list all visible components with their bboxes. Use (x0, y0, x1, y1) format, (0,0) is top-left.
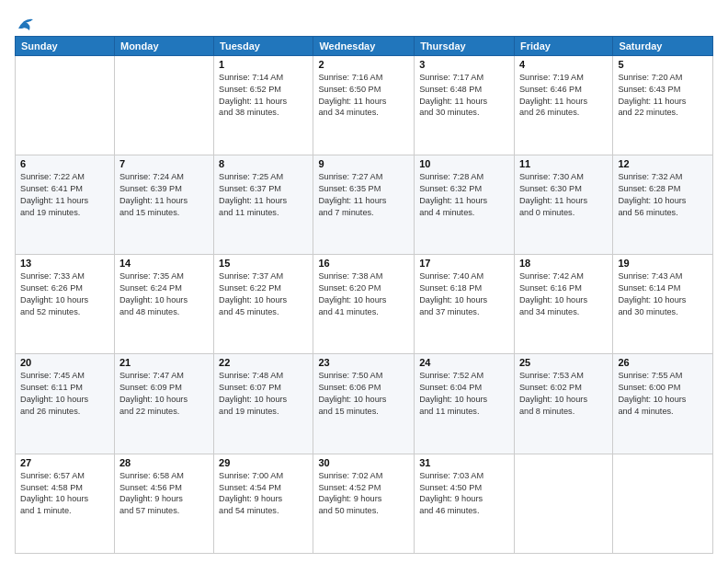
calendar-cell: 10Sunrise: 7:28 AM Sunset: 6:32 PM Dayli… (415, 155, 515, 255)
calendar-cell: 7Sunrise: 7:24 AM Sunset: 6:39 PM Daylig… (114, 155, 213, 255)
day-number: 16 (318, 258, 409, 269)
calendar-cell: 18Sunrise: 7:42 AM Sunset: 6:16 PM Dayli… (514, 255, 612, 354)
weekday-header-thursday: Thursday (415, 36, 515, 55)
week-row-2: 6Sunrise: 7:22 AM Sunset: 6:41 PM Daylig… (16, 155, 713, 255)
calendar-cell: 5Sunrise: 7:20 AM Sunset: 6:43 PM Daylig… (613, 55, 713, 155)
calendar-cell (114, 55, 213, 155)
day-number: 2 (318, 59, 409, 70)
day-number: 4 (519, 59, 608, 70)
day-info: Sunrise: 6:58 AM Sunset: 4:56 PM Dayligh… (119, 470, 209, 518)
day-number: 28 (119, 457, 209, 468)
calendar-cell: 15Sunrise: 7:37 AM Sunset: 6:22 PM Dayli… (214, 255, 313, 354)
day-number: 29 (219, 457, 308, 468)
day-info: Sunrise: 7:55 AM Sunset: 6:00 PM Dayligh… (618, 370, 708, 418)
day-info: Sunrise: 7:48 AM Sunset: 6:07 PM Dayligh… (219, 370, 308, 418)
logo (15, 11, 37, 29)
calendar-cell: 23Sunrise: 7:50 AM Sunset: 6:06 PM Dayli… (313, 354, 415, 454)
day-info: Sunrise: 6:57 AM Sunset: 4:58 PM Dayligh… (20, 470, 109, 518)
day-info: Sunrise: 7:22 AM Sunset: 6:41 PM Dayligh… (20, 171, 109, 219)
day-info: Sunrise: 7:19 AM Sunset: 6:46 PM Dayligh… (519, 72, 608, 120)
day-number: 3 (419, 59, 509, 70)
day-info: Sunrise: 7:02 AM Sunset: 4:52 PM Dayligh… (318, 470, 409, 518)
day-info: Sunrise: 7:53 AM Sunset: 6:02 PM Dayligh… (519, 370, 608, 418)
calendar-cell: 21Sunrise: 7:47 AM Sunset: 6:09 PM Dayli… (114, 354, 213, 454)
day-info: Sunrise: 7:35 AM Sunset: 6:24 PM Dayligh… (119, 270, 209, 318)
calendar-cell: 1Sunrise: 7:14 AM Sunset: 6:52 PM Daylig… (214, 55, 313, 155)
calendar-cell: 19Sunrise: 7:43 AM Sunset: 6:14 PM Dayli… (613, 255, 713, 354)
calendar-cell: 13Sunrise: 7:33 AM Sunset: 6:26 PM Dayli… (16, 255, 115, 354)
day-info: Sunrise: 7:47 AM Sunset: 6:09 PM Dayligh… (119, 370, 209, 418)
page: SundayMondayTuesdayWednesdayThursdayFrid… (0, 0, 728, 563)
day-number: 24 (419, 357, 509, 368)
calendar-cell: 17Sunrise: 7:40 AM Sunset: 6:18 PM Dayli… (415, 255, 515, 354)
day-number: 7 (119, 158, 209, 169)
calendar-cell: 30Sunrise: 7:02 AM Sunset: 4:52 PM Dayli… (313, 454, 415, 553)
calendar-table: SundayMondayTuesdayWednesdayThursdayFrid… (15, 36, 713, 554)
week-row-5: 27Sunrise: 6:57 AM Sunset: 4:58 PM Dayli… (16, 454, 713, 553)
day-number: 15 (219, 258, 308, 269)
calendar-cell (16, 55, 115, 155)
week-row-3: 13Sunrise: 7:33 AM Sunset: 6:26 PM Dayli… (16, 255, 713, 354)
weekday-header-monday: Monday (114, 36, 213, 55)
day-info: Sunrise: 7:14 AM Sunset: 6:52 PM Dayligh… (219, 72, 308, 120)
day-info: Sunrise: 7:33 AM Sunset: 6:26 PM Dayligh… (20, 270, 109, 318)
week-row-1: 1Sunrise: 7:14 AM Sunset: 6:52 PM Daylig… (16, 55, 713, 155)
weekday-header-row: SundayMondayTuesdayWednesdayThursdayFrid… (16, 36, 713, 55)
calendar-cell: 29Sunrise: 7:00 AM Sunset: 4:54 PM Dayli… (214, 454, 313, 553)
day-info: Sunrise: 7:52 AM Sunset: 6:04 PM Dayligh… (419, 370, 509, 418)
calendar-cell: 28Sunrise: 6:58 AM Sunset: 4:56 PM Dayli… (114, 454, 213, 553)
day-number: 23 (318, 357, 409, 368)
day-number: 22 (219, 357, 308, 368)
day-number: 11 (519, 158, 608, 169)
weekday-header-wednesday: Wednesday (313, 36, 415, 55)
header (15, 11, 713, 29)
day-info: Sunrise: 7:27 AM Sunset: 6:35 PM Dayligh… (318, 171, 409, 219)
calendar-cell (613, 454, 713, 553)
calendar-cell: 22Sunrise: 7:48 AM Sunset: 6:07 PM Dayli… (214, 354, 313, 454)
calendar-cell: 31Sunrise: 7:03 AM Sunset: 4:50 PM Dayli… (415, 454, 515, 553)
day-number: 31 (419, 457, 509, 468)
day-number: 9 (318, 158, 409, 169)
day-number: 10 (419, 158, 509, 169)
day-info: Sunrise: 7:45 AM Sunset: 6:11 PM Dayligh… (20, 370, 109, 418)
day-info: Sunrise: 7:17 AM Sunset: 6:48 PM Dayligh… (419, 72, 509, 120)
day-info: Sunrise: 7:42 AM Sunset: 6:16 PM Dayligh… (519, 270, 608, 318)
logo-text (15, 11, 37, 32)
day-number: 13 (20, 258, 109, 269)
day-number: 27 (20, 457, 109, 468)
calendar-cell: 26Sunrise: 7:55 AM Sunset: 6:00 PM Dayli… (613, 354, 713, 454)
day-info: Sunrise: 7:24 AM Sunset: 6:39 PM Dayligh… (119, 171, 209, 219)
calendar-cell: 14Sunrise: 7:35 AM Sunset: 6:24 PM Dayli… (114, 255, 213, 354)
weekday-header-sunday: Sunday (16, 36, 115, 55)
calendar-cell (514, 454, 612, 553)
calendar-cell: 9Sunrise: 7:27 AM Sunset: 6:35 PM Daylig… (313, 155, 415, 255)
weekday-header-saturday: Saturday (613, 36, 713, 55)
day-number: 19 (618, 258, 708, 269)
day-info: Sunrise: 7:40 AM Sunset: 6:18 PM Dayligh… (419, 270, 509, 318)
calendar-cell: 4Sunrise: 7:19 AM Sunset: 6:46 PM Daylig… (514, 55, 612, 155)
day-number: 18 (519, 258, 608, 269)
calendar-cell: 8Sunrise: 7:25 AM Sunset: 6:37 PM Daylig… (214, 155, 313, 255)
calendar-cell: 16Sunrise: 7:38 AM Sunset: 6:20 PM Dayli… (313, 255, 415, 354)
day-info: Sunrise: 7:00 AM Sunset: 4:54 PM Dayligh… (219, 470, 308, 518)
day-number: 25 (519, 357, 608, 368)
week-row-4: 20Sunrise: 7:45 AM Sunset: 6:11 PM Dayli… (16, 354, 713, 454)
calendar-cell: 12Sunrise: 7:32 AM Sunset: 6:28 PM Dayli… (613, 155, 713, 255)
calendar-cell: 6Sunrise: 7:22 AM Sunset: 6:41 PM Daylig… (16, 155, 115, 255)
calendar-cell: 3Sunrise: 7:17 AM Sunset: 6:48 PM Daylig… (415, 55, 515, 155)
day-info: Sunrise: 7:38 AM Sunset: 6:20 PM Dayligh… (318, 270, 409, 318)
day-number: 12 (618, 158, 708, 169)
day-number: 8 (219, 158, 308, 169)
calendar-cell: 11Sunrise: 7:30 AM Sunset: 6:30 PM Dayli… (514, 155, 612, 255)
day-info: Sunrise: 7:50 AM Sunset: 6:06 PM Dayligh… (318, 370, 409, 418)
day-info: Sunrise: 7:30 AM Sunset: 6:30 PM Dayligh… (519, 171, 608, 219)
logo-bird-icon (17, 16, 37, 32)
day-number: 17 (419, 258, 509, 269)
calendar-cell: 24Sunrise: 7:52 AM Sunset: 6:04 PM Dayli… (415, 354, 515, 454)
calendar-cell: 2Sunrise: 7:16 AM Sunset: 6:50 PM Daylig… (313, 55, 415, 155)
day-info: Sunrise: 7:37 AM Sunset: 6:22 PM Dayligh… (219, 270, 308, 318)
day-info: Sunrise: 7:16 AM Sunset: 6:50 PM Dayligh… (318, 72, 409, 120)
day-number: 21 (119, 357, 209, 368)
day-info: Sunrise: 7:20 AM Sunset: 6:43 PM Dayligh… (618, 72, 708, 120)
calendar-cell: 25Sunrise: 7:53 AM Sunset: 6:02 PM Dayli… (514, 354, 612, 454)
